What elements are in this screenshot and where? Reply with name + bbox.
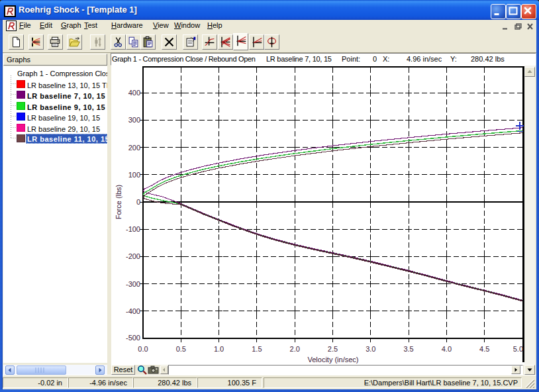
svg-text:Force (lbs): Force (lbs)	[115, 185, 122, 220]
svg-text:1.5: 1.5	[252, 345, 262, 353]
svg-text:4.5: 4.5	[479, 345, 489, 353]
svg-text:Velocity (in/sec): Velocity (in/sec)	[307, 356, 358, 364]
svg-text:0: 0	[136, 198, 140, 206]
svg-text:400: 400	[128, 89, 140, 97]
svg-text:-300: -300	[126, 280, 140, 288]
svg-text:4.0: 4.0	[442, 345, 452, 353]
svg-text:3.5: 3.5	[403, 345, 413, 353]
svg-text:2.5: 2.5	[328, 345, 338, 353]
svg-text:1.0: 1.0	[214, 345, 224, 353]
svg-text:100: 100	[128, 171, 140, 179]
svg-text:5.0: 5.0	[513, 345, 523, 353]
svg-text:-400: -400	[126, 307, 140, 315]
svg-text:0.0: 0.0	[138, 345, 148, 353]
svg-text:-500: -500	[126, 334, 140, 342]
svg-text:300: 300	[128, 116, 140, 124]
svg-text:3.0: 3.0	[366, 345, 375, 353]
svg-text:-200: -200	[126, 252, 140, 260]
svg-text:2.0: 2.0	[290, 345, 300, 353]
svg-text:0.5: 0.5	[176, 345, 186, 353]
svg-text:-100: -100	[126, 225, 140, 233]
svg-text:200: 200	[128, 144, 140, 152]
